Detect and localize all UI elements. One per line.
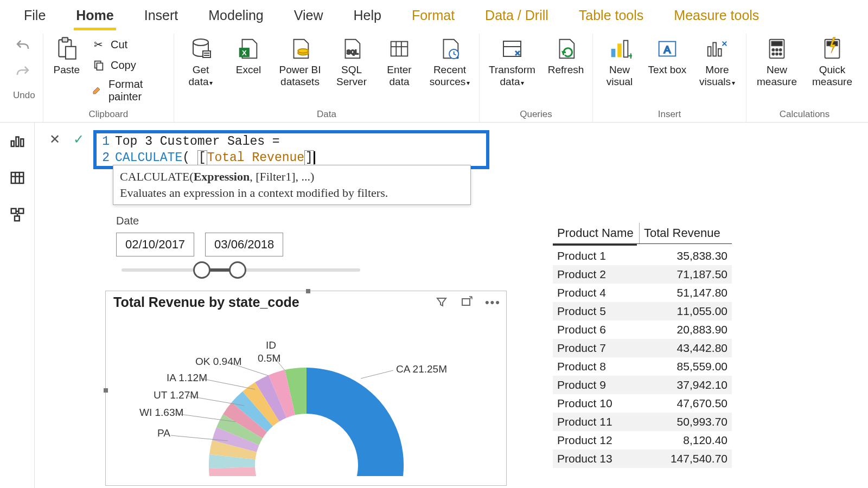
table-row[interactable]: Product 1150,993.70 <box>553 413 732 431</box>
pie-chart: CA 21.25M ID 0.5M OK 0.94M IA 1.12M UT 1… <box>106 313 506 476</box>
pbi-datasets-button[interactable]: Power BI datasets <box>274 34 326 89</box>
slicer-label: Date <box>116 215 366 227</box>
table-row[interactable]: Product 128,120.40 <box>553 431 732 450</box>
table-header-name[interactable]: Product Name <box>553 223 640 243</box>
focus-mode-icon[interactable] <box>460 296 473 310</box>
tab-insert[interactable]: Insert <box>142 4 181 30</box>
table-row[interactable]: Product 743,442.80 <box>553 339 732 357</box>
tab-file[interactable]: File <box>22 4 48 30</box>
cell-product-name: Product 9 <box>553 376 640 394</box>
cell-revenue: 35,838.30 <box>640 247 732 265</box>
date-end-input[interactable]: 03/06/2018 <box>205 233 283 256</box>
enter-data-button[interactable]: Enter data <box>377 34 422 89</box>
table-visual[interactable]: Product Name Total Revenue Product 135,8… <box>553 223 732 468</box>
copy-button[interactable]: Copy <box>89 56 169 74</box>
svg-line-57 <box>201 378 255 389</box>
sql-icon: SQL <box>337 35 366 63</box>
tab-home[interactable]: Home <box>74 4 116 30</box>
formula-cancel-button[interactable]: ✕ <box>46 130 64 149</box>
table-row[interactable]: Product 135,838.30 <box>553 247 732 265</box>
get-data-button[interactable]: Get data▾ <box>178 34 223 89</box>
quick-measure-button[interactable]: Quick measure <box>806 34 858 89</box>
report-view-button[interactable] <box>7 130 28 152</box>
data-view-button[interactable] <box>7 167 28 189</box>
table-row[interactable]: Product 1047,670.50 <box>553 394 732 413</box>
table-header-revenue[interactable]: Total Revenue <box>640 223 732 243</box>
svg-rect-41 <box>16 137 18 147</box>
database-icon <box>187 35 215 63</box>
scissors-icon: ✂ <box>91 37 106 52</box>
transform-data-button[interactable]: Transform data▾ <box>484 34 540 89</box>
more-options-icon[interactable]: ••• <box>485 296 501 310</box>
table-row[interactable]: Product 885,559.00 <box>553 357 732 376</box>
cell-revenue: 50,993.70 <box>640 413 732 431</box>
intellisense-tooltip: CALCULATE(Expression, [Filter1], ...) Ev… <box>113 165 471 205</box>
excel-button[interactable]: XExcel <box>226 34 271 77</box>
table-row[interactable]: Product 620,883.90 <box>553 320 732 339</box>
new-measure-button[interactable]: New measure <box>751 34 803 89</box>
text-box-button[interactable]: AText box <box>645 34 690 77</box>
slider-handle-start[interactable] <box>193 261 210 279</box>
more-visuals-button[interactable]: More visuals▾ <box>693 34 742 89</box>
formula-bar[interactable]: 1Top 3 Customer Sales = 2CALCULATE( [Tot… <box>93 130 489 169</box>
svg-rect-48 <box>18 209 23 214</box>
date-slicer[interactable]: Date 02/10/2017 03/06/2018 <box>116 215 366 272</box>
tab-data-drill[interactable]: Data / Drill <box>483 4 551 30</box>
paste-icon <box>53 35 81 63</box>
excel-icon: X <box>234 35 263 63</box>
queries-group-label: Queries <box>520 107 552 122</box>
tab-help[interactable]: Help <box>352 4 384 30</box>
data-group-label: Data <box>317 107 336 122</box>
tooltip-sig-bold: Expression <box>194 170 250 183</box>
tab-format[interactable]: Format <box>410 4 457 30</box>
filter-icon[interactable] <box>435 296 448 310</box>
svg-rect-28 <box>713 43 716 56</box>
svg-rect-52 <box>462 299 470 305</box>
undo-icon[interactable] <box>15 38 33 56</box>
table-row[interactable]: Product 511,055.00 <box>553 302 732 320</box>
paste-button[interactable]: Paste <box>48 34 86 77</box>
svg-point-37 <box>780 53 782 55</box>
cell-revenue: 47,670.50 <box>640 394 732 413</box>
slider-handle-end[interactable] <box>229 261 246 279</box>
cut-button[interactable]: ✂Cut <box>89 36 169 53</box>
pie-chart-visual[interactable]: Total Revenue by state_code ••• <box>105 291 507 486</box>
cell-revenue: 51,147.80 <box>640 284 732 302</box>
redo-icon[interactable] <box>15 64 33 82</box>
recent-sources-label: Recent sources <box>430 64 466 87</box>
table-row[interactable]: Product 13147,540.70 <box>553 450 732 468</box>
more-visuals-label: More visuals <box>699 64 731 87</box>
svg-rect-40 <box>11 141 14 146</box>
cell-revenue: 11,055.00 <box>640 302 732 320</box>
svg-line-54 <box>361 370 393 378</box>
date-slider[interactable] <box>122 268 360 272</box>
quick-measure-icon <box>818 35 846 63</box>
svg-point-12 <box>298 49 308 53</box>
table-row[interactable]: Product 271,187.50 <box>553 265 732 284</box>
formula-commit-button[interactable]: ✓ <box>69 130 88 149</box>
date-start-input[interactable]: 02/10/2017 <box>116 233 194 256</box>
tab-table-tools[interactable]: Table tools <box>577 4 646 30</box>
tab-measure-tools[interactable]: Measure tools <box>672 4 761 30</box>
tab-view[interactable]: View <box>292 4 326 30</box>
svg-text:X: X <box>242 49 247 57</box>
format-painter-button[interactable]: Format painter <box>89 77 169 104</box>
table-row[interactable]: Product 451,147.80 <box>553 284 732 302</box>
cell-product-name: Product 6 <box>553 320 640 339</box>
model-view-button[interactable] <box>7 204 28 226</box>
tab-modeling[interactable]: Modeling <box>206 4 265 30</box>
table-row[interactable]: Product 937,942.10 <box>553 376 732 394</box>
cell-product-name: Product 1 <box>553 247 640 265</box>
pie-label-pa: PA <box>157 427 170 439</box>
refresh-label: Refresh <box>548 64 584 76</box>
refresh-button[interactable]: Refresh <box>544 34 588 77</box>
pbi-datasets-icon <box>286 35 314 63</box>
pie-label-ok: OK 0.94M <box>195 356 242 368</box>
recent-sources-button[interactable]: Recent sources▾ <box>425 34 475 89</box>
ribbon: Undo Paste ✂Cut Copy Format painter Clip… <box>0 30 868 123</box>
svg-text:+: + <box>628 50 632 61</box>
sql-server-button[interactable]: SQLSQL Server <box>329 34 374 89</box>
new-visual-button[interactable]: +New visual <box>597 34 642 89</box>
new-visual-label: New visual <box>598 64 641 88</box>
svg-text:A: A <box>664 44 671 55</box>
